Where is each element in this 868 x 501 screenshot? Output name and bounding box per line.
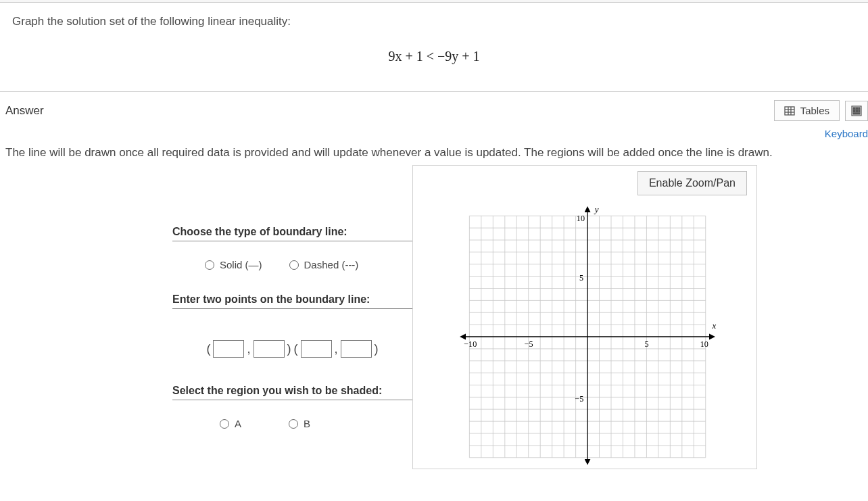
instructions-text: The line will be drawn once all required… xyxy=(0,146,868,160)
svg-rect-12 xyxy=(853,113,860,114)
svg-rect-7 xyxy=(856,108,858,110)
svg-rect-9 xyxy=(853,110,855,112)
tables-button-label: Tables xyxy=(800,105,829,116)
open-paren: ( xyxy=(294,342,298,356)
tick-y-5: 5 xyxy=(579,273,583,283)
radio-icon xyxy=(205,260,214,270)
tick-x-10: 10 xyxy=(700,339,708,349)
dashed-radio[interactable]: Dashed (---) xyxy=(289,259,359,270)
zoom-pan-button[interactable]: Enable Zoom/Pan xyxy=(637,171,747,195)
svg-rect-8 xyxy=(859,108,860,110)
tick-x-5: 5 xyxy=(645,339,649,349)
answer-header: Answer Tables xyxy=(0,92,868,125)
points-input-row: ( , ) ( , ) xyxy=(172,327,412,358)
region-b-label: B xyxy=(304,418,310,429)
question-block: Graph the solution set of the following … xyxy=(0,3,868,92)
question-prompt: Graph the solution set of the following … xyxy=(12,15,856,28)
region-b-radio[interactable]: B xyxy=(289,418,310,429)
tick-x-neg5: −5 xyxy=(525,339,533,349)
point2-y-input[interactable] xyxy=(341,340,372,358)
dashed-radio-label: Dashed (---) xyxy=(304,259,359,270)
point1-x-input[interactable] xyxy=(213,340,244,358)
radio-icon xyxy=(220,419,229,429)
svg-rect-11 xyxy=(859,110,860,112)
table-icon xyxy=(784,105,795,116)
open-paren: ( xyxy=(206,342,210,356)
svg-rect-0 xyxy=(785,107,794,115)
radio-icon xyxy=(289,260,299,270)
region-a-radio[interactable]: A xyxy=(220,418,241,429)
radio-icon xyxy=(289,419,298,429)
controls-panel: Choose the type of boundary line: Solid … xyxy=(0,165,412,429)
point2-x-input[interactable] xyxy=(301,340,332,358)
solid-radio-label: Solid (—) xyxy=(220,259,262,270)
coordinate-grid[interactable]: y x 10 5 −5 −10 −5 5 10 xyxy=(423,205,747,469)
point1-y-input[interactable] xyxy=(254,340,285,358)
region-a-label: A xyxy=(235,418,241,429)
comma: , xyxy=(247,342,250,356)
tick-y-neg5: −5 xyxy=(575,394,583,404)
svg-rect-10 xyxy=(856,110,858,112)
close-paren: ) xyxy=(375,342,379,356)
boundary-type-label: Choose the type of boundary line: xyxy=(172,226,412,241)
tick-x-neg10: −10 xyxy=(464,339,477,349)
points-label: Enter two points on the boundary line: xyxy=(172,293,412,309)
svg-rect-6 xyxy=(853,108,855,110)
answer-title: Answer xyxy=(5,104,774,118)
graph-panel: Enable Zoom/Pan y x 10 5 −5 −10 −5 5 xyxy=(412,165,757,469)
question-equation: 9x + 1 < −9y + 1 xyxy=(12,49,856,64)
x-axis-label: x xyxy=(712,320,717,331)
close-paren: ) xyxy=(287,342,291,356)
tick-y-10: 10 xyxy=(577,214,585,223)
keyboard-shortcuts-link[interactable]: Keyboard xyxy=(0,128,868,139)
solid-radio[interactable]: Solid (—) xyxy=(205,259,262,270)
keypad-icon xyxy=(851,105,862,116)
tables-button[interactable]: Tables xyxy=(774,100,840,121)
y-axis-label: y xyxy=(594,205,599,214)
region-label: Select the region you wish to be shaded: xyxy=(172,385,412,400)
keypad-button[interactable] xyxy=(845,101,868,121)
comma: , xyxy=(335,342,338,356)
